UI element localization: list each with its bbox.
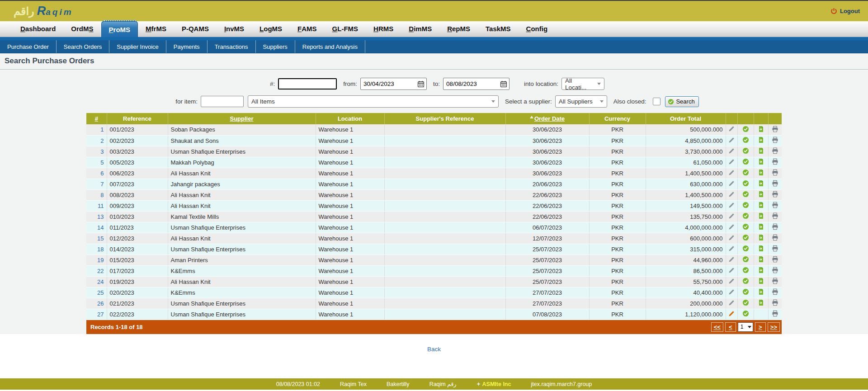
print-button[interactable] — [772, 278, 778, 286]
order-number-link[interactable]: 11 — [98, 203, 104, 209]
edit-button[interactable] — [728, 126, 735, 133]
edit-button[interactable] — [728, 289, 735, 297]
column-header-order-date[interactable]: Order Date — [505, 113, 589, 124]
logout-button[interactable]: Logout — [830, 8, 860, 14]
print-button[interactable] — [772, 256, 778, 264]
edit-button[interactable] — [728, 202, 735, 210]
subnav-item-purchase-order[interactable]: Purchase Order — [0, 40, 57, 53]
receive-button[interactable] — [758, 256, 764, 264]
order-number-link[interactable]: 6 — [100, 170, 104, 177]
subnav-item-reports-and-analysis[interactable]: Reports and Analysis — [295, 40, 365, 53]
approve-button[interactable] — [742, 126, 749, 134]
tab-taskms[interactable]: TaskMS — [478, 21, 519, 37]
order-number-link[interactable]: 24 — [97, 278, 104, 285]
print-button[interactable] — [772, 212, 778, 221]
approve-button[interactable] — [742, 202, 749, 210]
tab-config[interactable]: Config — [519, 21, 556, 37]
order-number-link[interactable]: 1 — [100, 126, 104, 133]
order-number-link[interactable]: 22 — [97, 268, 104, 274]
approve-button[interactable] — [742, 288, 749, 297]
edit-button[interactable] — [728, 245, 735, 253]
approve-button[interactable] — [742, 245, 749, 253]
approve-button[interactable] — [742, 278, 749, 286]
receive-button[interactable] — [758, 212, 764, 221]
location-select[interactable]: All Locati... — [561, 78, 604, 90]
first-page-button[interactable]: << — [711, 322, 723, 332]
edit-button[interactable] — [728, 278, 735, 286]
approve-button[interactable] — [742, 212, 749, 221]
approve-button[interactable] — [742, 137, 749, 145]
approve-button[interactable] — [742, 191, 749, 199]
tab-hrms[interactable]: HRMS — [366, 21, 401, 37]
items-select[interactable]: All Items — [248, 95, 499, 108]
print-button[interactable] — [772, 223, 778, 231]
receive-button[interactable] — [758, 169, 764, 177]
order-number-link[interactable]: 3 — [100, 148, 104, 155]
order-number-link[interactable]: 13 — [97, 213, 104, 220]
next-page-button[interactable]: > — [755, 322, 766, 332]
subnav-item-payments[interactable]: Payments — [166, 40, 208, 53]
approve-button[interactable] — [742, 169, 749, 177]
receive-button[interactable] — [758, 267, 764, 275]
order-number-link[interactable]: 25 — [97, 289, 104, 296]
order-number-input[interactable] — [278, 78, 337, 90]
tab-logms[interactable]: LogMS — [252, 21, 290, 37]
receive-button[interactable] — [758, 126, 764, 134]
edit-button[interactable] — [728, 148, 735, 155]
edit-button[interactable] — [728, 191, 735, 199]
tab-mfrms[interactable]: MfrMS — [138, 21, 174, 37]
supplier-select[interactable]: All Suppliers — [555, 95, 607, 108]
tab-invms[interactable]: InvMS — [217, 21, 252, 37]
search-button[interactable]: Search — [665, 96, 698, 107]
edit-button[interactable] — [728, 224, 735, 231]
for-item-input[interactable] — [201, 96, 244, 107]
subnav-item-transactions[interactable]: Transactions — [208, 40, 256, 53]
receive-button[interactable] — [758, 278, 764, 286]
print-button[interactable] — [772, 234, 778, 242]
also-closed-checkbox[interactable] — [653, 98, 660, 105]
order-number-link[interactable]: 26 — [97, 300, 104, 307]
order-number-link[interactable]: 15 — [97, 235, 104, 242]
print-button[interactable] — [772, 137, 778, 145]
receive-button[interactable] — [758, 191, 764, 199]
order-number-link[interactable]: 18 — [97, 246, 104, 253]
approve-button[interactable] — [742, 234, 749, 242]
edit-button[interactable] — [728, 256, 735, 264]
page-select[interactable]: 1 — [738, 322, 753, 332]
tab-fams[interactable]: FAMS — [290, 21, 325, 37]
from-date-input[interactable] — [360, 78, 427, 90]
order-number-link[interactable]: 7 — [100, 181, 104, 188]
tab-p-qams[interactable]: P-QAMS — [174, 21, 217, 37]
subnav-item-supplier-invoice[interactable]: Supplier Invoice — [109, 40, 166, 53]
edit-button[interactable] — [728, 311, 735, 318]
receive-button[interactable] — [758, 245, 764, 253]
receive-button[interactable] — [758, 180, 764, 188]
print-button[interactable] — [772, 169, 778, 177]
print-button[interactable] — [772, 147, 778, 155]
print-button[interactable] — [772, 267, 778, 275]
receive-button[interactable] — [758, 288, 764, 297]
approve-button[interactable] — [742, 223, 749, 231]
edit-button[interactable] — [728, 267, 735, 275]
tab-proms[interactable]: ProMS — [101, 20, 138, 38]
edit-button[interactable] — [728, 180, 735, 188]
print-button[interactable] — [772, 158, 778, 166]
approve-button[interactable] — [742, 256, 749, 264]
receive-button[interactable] — [758, 223, 764, 231]
subnav-item-search-orders[interactable]: Search Orders — [57, 40, 110, 53]
approve-button[interactable] — [742, 158, 749, 166]
edit-button[interactable] — [728, 159, 735, 166]
receive-button[interactable] — [758, 202, 764, 210]
back-link[interactable]: Back — [427, 346, 441, 353]
print-button[interactable] — [772, 310, 778, 318]
print-button[interactable] — [772, 245, 778, 253]
edit-button[interactable] — [728, 213, 735, 221]
approve-button[interactable] — [742, 267, 749, 275]
order-number-link[interactable]: 2 — [100, 137, 104, 144]
subnav-item-suppliers[interactable]: Suppliers — [256, 40, 295, 53]
print-button[interactable] — [772, 288, 778, 297]
tab-dashboard[interactable]: Dashboard — [13, 21, 63, 37]
order-number-link[interactable]: 14 — [97, 224, 104, 231]
order-number-link[interactable]: 8 — [100, 192, 104, 198]
tab-gl-fms[interactable]: GL-FMS — [325, 21, 366, 37]
